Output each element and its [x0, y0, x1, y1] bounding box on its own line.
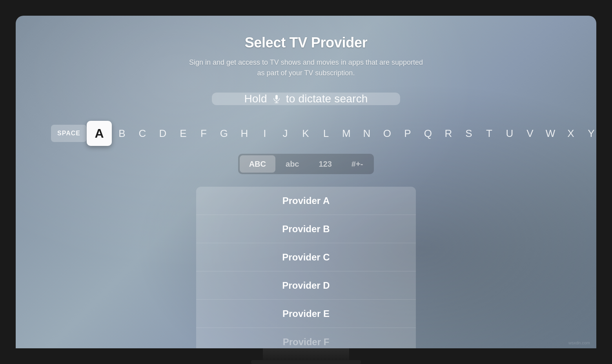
tv-stand: [263, 348, 349, 364]
provider-item-d[interactable]: Provider D: [196, 271, 416, 300]
page-subtitle: Sign in and get access to TV shows and m…: [188, 57, 424, 78]
key-X[interactable]: X: [561, 123, 581, 144]
key-A[interactable]: A: [87, 121, 112, 146]
key-D[interactable]: D: [153, 123, 173, 144]
key-W[interactable]: W: [540, 123, 561, 144]
key-E[interactable]: E: [173, 123, 193, 144]
key-U[interactable]: U: [499, 123, 520, 144]
key-H[interactable]: H: [234, 123, 255, 144]
key-O[interactable]: O: [377, 123, 397, 144]
key-G[interactable]: G: [214, 123, 234, 144]
key-M[interactable]: M: [336, 123, 357, 144]
key-T[interactable]: T: [479, 123, 499, 144]
key-R[interactable]: R: [438, 123, 459, 144]
key-F[interactable]: F: [193, 123, 214, 144]
page-title: Select TV Provider: [245, 35, 368, 51]
mode-123[interactable]: 123: [309, 155, 341, 173]
key-P[interactable]: P: [397, 123, 418, 144]
mode-symbols[interactable]: #+-: [342, 155, 372, 173]
mode-ABC[interactable]: ABC: [240, 155, 275, 173]
key-S[interactable]: S: [459, 123, 479, 144]
key-N[interactable]: N: [357, 123, 377, 144]
key-Y[interactable]: Y: [581, 123, 596, 144]
search-bar-text: Hold: [244, 93, 267, 105]
tv-screen: Select TV Provider Sign in and get acces…: [16, 16, 596, 348]
key-V[interactable]: V: [520, 123, 540, 144]
search-bar-suffix-text: to dictate search: [286, 93, 368, 105]
key-K[interactable]: K: [295, 123, 316, 144]
mode-abc[interactable]: abc: [276, 155, 308, 173]
watermark: wsxdn.com: [568, 340, 590, 345]
key-J[interactable]: J: [275, 123, 295, 144]
provider-list: Provider A Provider B Provider C Provide…: [196, 187, 416, 348]
key-C[interactable]: C: [132, 123, 153, 144]
space-key[interactable]: SPACE: [51, 125, 87, 142]
keyboard-row: SPACE A B C D E F G H I J K L M N O P Q …: [47, 121, 565, 146]
svg-rect-0: [275, 95, 278, 100]
key-L[interactable]: L: [316, 123, 336, 144]
provider-item-e[interactable]: Provider E: [196, 300, 416, 328]
keyboard-modes: ABC abc 123 #+-: [238, 154, 374, 174]
key-Q[interactable]: Q: [418, 123, 438, 144]
provider-item-c[interactable]: Provider C: [196, 243, 416, 271]
provider-item-b[interactable]: Provider B: [196, 215, 416, 243]
search-bar[interactable]: Hold to dictate search: [212, 93, 400, 105]
provider-item-f[interactable]: Provider F: [196, 328, 416, 348]
microphone-icon: [271, 93, 282, 104]
key-I[interactable]: I: [255, 123, 275, 144]
key-B[interactable]: B: [112, 123, 132, 144]
provider-item-a[interactable]: Provider A: [196, 187, 416, 215]
